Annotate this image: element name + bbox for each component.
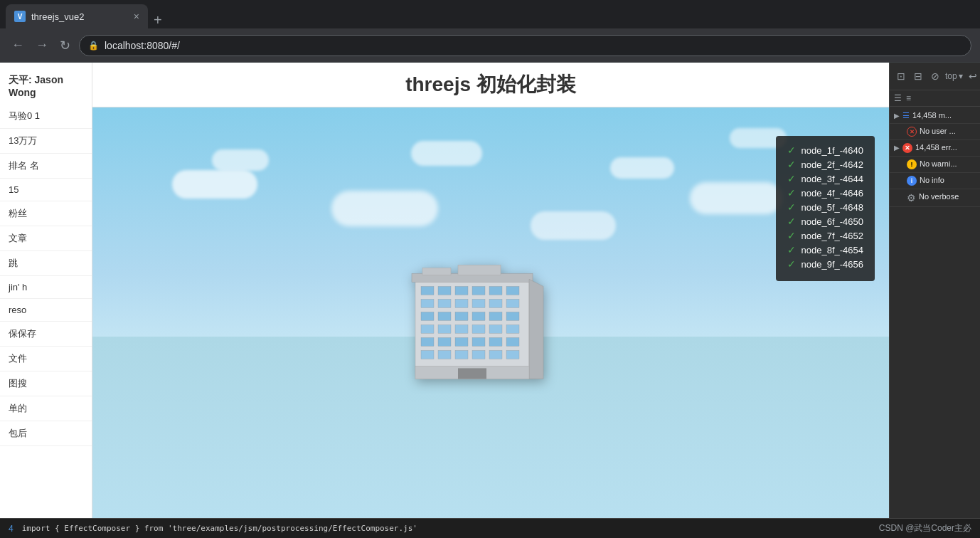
svg-rect-23 [455,325,468,333]
node-item-2[interactable]: ✓ node_2f_-4642 [787,159,863,170]
node-item-9[interactable]: ✓ node_9f_-4656 [787,258,863,270]
svg-rect-33 [421,350,434,359]
status-bar: 4 import { EffectComposer } from 'three/… [0,518,980,538]
svg-rect-12 [472,299,485,307]
log-item-errors[interactable]: ▶ ✕ 14,458 err... [890,140,980,157]
devtools-filter-all-btn[interactable]: ≡ [906,93,911,103]
sidebar-item-list[interactable]: 单的 [0,396,92,421]
log-item-messages[interactable]: ▶ ☰ 14,458 m... [890,108,980,124]
log-warn-icon: ! [907,159,917,169]
svg-rect-22 [438,325,451,333]
cloud-7 [690,182,782,214]
node-1-check: ✓ [787,144,796,156]
svg-rect-8 [506,286,519,295]
sidebar-item-link1[interactable]: 跳 [0,251,92,276]
address-bar: ← → ↻ 🔒 localhost:8080/#/ [0,28,980,63]
devtools-screenshot-btn[interactable]: ⊡ [894,69,908,83]
log-error-icon: ✕ [902,143,912,153]
devtools-top-dropdown[interactable]: top ▾ [945,71,963,81]
node-5-label: node_5f_-4648 [801,202,863,213]
sidebar-item-stats: 马验0 1 [0,104,92,129]
log-no-info-text: No info [920,176,976,184]
cloud-6 [610,157,674,179]
svg-rect-3 [421,286,434,295]
devtools-block-btn[interactable]: ⊘ [928,69,942,83]
building-svg [401,258,550,400]
new-tab-button[interactable]: + [154,12,162,28]
log-item-info[interactable]: i No info [890,173,980,189]
sidebar-item-rank: 排名 名 [0,154,92,179]
svg-rect-21 [421,325,434,333]
sidebar-item-link3[interactable]: reso [0,299,92,322]
svg-rect-35 [455,350,468,359]
address-input[interactable]: 🔒 localhost:8080/#/ [79,35,971,56]
sidebar-username: 天平: Jason Wong [0,68,92,104]
status-code-text: import { EffectComposer } from 'three/ex… [22,524,417,533]
svg-rect-30 [472,337,485,346]
log-verbose-icon: ⚙ [907,192,916,204]
sidebar-item-save[interactable]: 保保存 [0,322,92,347]
devtools-filter-row: ☰ ≡ [890,90,980,107]
svg-marker-2 [529,279,543,379]
node-item-8[interactable]: ✓ node_8f_-4654 [787,244,863,255]
svg-rect-18 [472,312,485,320]
status-right-text: CSDN @武当Coder主必 [879,522,971,534]
browser-tab[interactable]: V threejs_vue2 × [6,4,148,28]
node-4-label: node_4f_-4646 [801,188,863,199]
node-item-5[interactable]: ✓ node_5f_-4648 [787,201,863,213]
log-expand-errors-icon: ▶ [894,144,900,152]
node-legend: ✓ node_1f_-4640 ✓ node_2f_-4642 ✓ node_3… [776,136,875,281]
svg-rect-28 [438,337,451,346]
log-list-icon: ☰ [902,111,910,120]
svg-rect-38 [506,350,519,359]
svg-rect-34 [438,350,451,359]
cloud-1 [172,170,257,199]
tab-favicon: V [14,11,26,22]
devtools-device-btn[interactable]: ⊟ [911,69,925,83]
node-item-4[interactable]: ✓ node_4f_-4646 [787,187,863,199]
tab-close-button[interactable]: × [134,11,139,22]
status-line-number: 4 [9,524,14,534]
svg-rect-26 [506,325,519,333]
node-4-check: ✓ [787,187,796,199]
node-5-check: ✓ [787,201,796,213]
sidebar-item-link2[interactable]: jin' h [0,276,92,299]
node-item-1[interactable]: ✓ node_1f_-4640 [787,144,863,156]
cloud-5 [531,211,616,240]
svg-rect-7 [489,286,502,295]
log-item-no-user[interactable]: ✕ No user ... [890,124,980,140]
svg-rect-11 [455,299,468,307]
page-title: threejs 初始化封装 [92,63,889,107]
node-3-label: node_3f_-4644 [801,174,863,184]
svg-rect-15 [421,312,434,320]
sidebar-item-file[interactable]: 文件 [0,347,92,371]
node-6-label: node_6f_-4650 [801,216,863,227]
node-item-3[interactable]: ✓ node_3f_-4644 [787,173,863,184]
back-button[interactable]: ← [9,35,27,56]
log-no-verbose-text: No verbose [919,192,976,201]
log-item-verbose[interactable]: ⚙ No verbose [890,189,980,207]
node-item-7[interactable]: ✓ node_7f_-4652 [787,230,863,241]
node-item-6[interactable]: ✓ node_6f_-4650 [787,216,863,227]
devtools-filter-list-btn[interactable]: ☰ [894,93,902,103]
log-no-user-icon: ✕ [907,127,917,137]
svg-rect-17 [455,312,468,320]
log-no-warnings-text: No warni... [920,159,976,168]
log-messages-count: 14,458 m... [912,111,976,120]
forward-button[interactable]: → [33,35,51,56]
svg-rect-24 [472,325,485,333]
devtools-panel: ⊡ ⊟ ⊘ top ▾ ↩ 网络 ☰ ≡ ▶ ☰ [889,63,980,518]
sidebar-item-articles: 文章 [0,226,92,251]
svg-rect-16 [438,312,451,320]
reload-button[interactable]: ↻ [57,35,73,56]
log-item-warnings[interactable]: ! No warni... [890,157,980,173]
sidebar-item-pkg[interactable]: 包后 [0,421,92,446]
webpage-content: threejs 初始化封装 [92,63,889,518]
devtools-replay-btn[interactable]: ↩ [966,69,980,83]
svg-rect-4 [438,286,451,295]
threejs-canvas[interactable]: ✓ node_1f_-4640 ✓ node_2f_-4642 ✓ node_3… [92,107,889,518]
svg-rect-32 [506,337,519,346]
node-3-check: ✓ [787,173,796,184]
sidebar-item-search[interactable]: 图搜 [0,371,92,396]
node-9-check: ✓ [787,258,796,270]
